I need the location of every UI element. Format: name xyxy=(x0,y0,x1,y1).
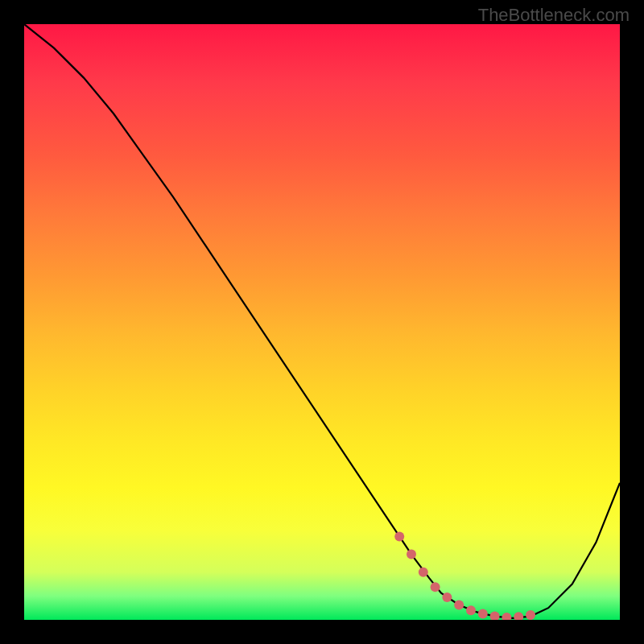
highlight-dot xyxy=(407,550,416,559)
plot-area xyxy=(24,24,620,620)
highlight-dot xyxy=(442,592,452,602)
highlight-dot xyxy=(454,601,464,610)
highlight-dot xyxy=(502,613,511,620)
highlight-dot xyxy=(478,609,488,619)
highlight-dot xyxy=(514,612,523,620)
watermark-text: TheBottleneck.com xyxy=(478,5,630,26)
highlight-dot xyxy=(466,605,476,615)
chart-svg xyxy=(24,24,620,620)
highlight-dot xyxy=(431,582,440,592)
highlight-dot xyxy=(419,568,428,577)
highlight-dot xyxy=(526,610,535,620)
highlight-dot xyxy=(490,612,500,620)
main-curve-line xyxy=(24,24,620,618)
highlight-dot xyxy=(394,531,404,541)
